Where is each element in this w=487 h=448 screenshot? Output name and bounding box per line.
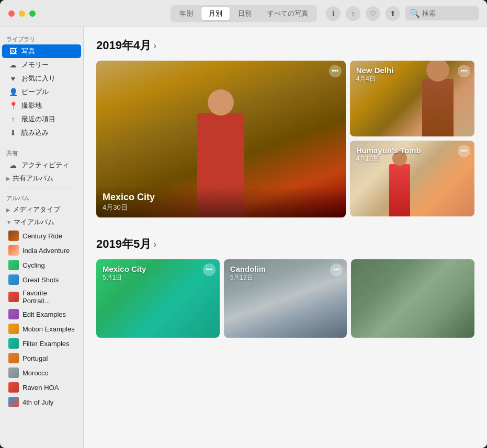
tab-year[interactable]: 年別: [172, 7, 200, 20]
titlebar: 年別 月別 日別 すべての写真 ℹ ↑ ♡ ⬆ 🔍: [0, 0, 487, 27]
favorite-portraits-label: Favorite Portrait...: [22, 289, 75, 305]
app-window: 年別 月別 日別 すべての写真 ℹ ↑ ♡ ⬆ 🔍 ライブラリ 🖼 写真: [0, 0, 487, 448]
export-icon[interactable]: ⬆: [386, 6, 400, 21]
main-area: ライブラリ 🖼 写真 ☁ メモリー ♥ お気に入り 👤 ピープル 📍 撮影地: [0, 27, 487, 448]
filter-examples-thumb: [8, 338, 19, 349]
4th-of-july-thumb: [8, 397, 19, 407]
raven-hoa-label: Raven HOA: [22, 384, 59, 392]
april-header[interactable]: 2019年4月 ›: [96, 38, 474, 53]
mexico-may-label: Mexico City 5月1日: [96, 259, 220, 288]
recent-icon: ↑: [8, 115, 18, 123]
may-third-card[interactable]: [351, 259, 474, 338]
mexico-may-place: Mexico City: [103, 265, 213, 273]
toolbar-actions: ℹ ↑ ♡ ⬆ 🔍: [326, 6, 479, 21]
sidebar-item-india-adventure[interactable]: India Adventure: [2, 243, 81, 258]
sidebar-item-imports-label: 読み込み: [21, 128, 49, 137]
may-grid: Mexico City 5月1日 ••• Candolim 5月13日 •••: [96, 259, 474, 338]
info-icon[interactable]: ℹ: [326, 6, 341, 21]
content-area: 2019年4月 › Mexico City 4月30日 •••: [84, 27, 487, 448]
search-input[interactable]: [422, 9, 474, 17]
share-icon[interactable]: ↑: [346, 6, 360, 21]
sidebar-item-recent[interactable]: ↑ 最近の項目: [2, 112, 81, 126]
chevron-icon: ▶: [6, 176, 10, 181]
sidebar-item-century-ride[interactable]: Century Ride: [2, 228, 81, 243]
sidebar-item-activity-label: アクティビティ: [21, 160, 69, 170]
edit-examples-thumb: [8, 309, 19, 319]
sidebar-item-edit-examples[interactable]: Edit Examples: [2, 307, 81, 321]
memories-icon: ☁: [8, 61, 18, 69]
favorites-icon: ♥: [8, 74, 18, 83]
filter-examples-label: Filter Examples: [22, 340, 70, 348]
motion-examples-thumb: [8, 324, 19, 334]
mexico-city-place: Mexico City: [103, 192, 339, 203]
maximize-button[interactable]: [29, 10, 36, 17]
sidebar-item-people[interactable]: 👤 ピープル: [2, 85, 81, 99]
sidebar-item-places-label: 撮影地: [21, 101, 42, 110]
candolim-card[interactable]: Candolim 5月13日 •••: [224, 259, 347, 338]
search-icon: 🔍: [410, 8, 420, 18]
heart-icon[interactable]: ♡: [366, 6, 380, 21]
new-delhi-place: New Delhi: [356, 66, 468, 75]
sidebar-item-great-shots[interactable]: Great Shots: [2, 272, 81, 287]
sidebar-item-motion-examples[interactable]: Motion Examples: [2, 321, 81, 336]
search-bar[interactable]: 🔍: [405, 6, 479, 20]
sidebar-item-memories[interactable]: ☁ メモリー: [2, 58, 81, 72]
may-header[interactable]: 2019年5月 ›: [96, 236, 474, 252]
people-icon: 👤: [8, 88, 18, 96]
candolim-label: Candolim 5月13日: [224, 259, 347, 288]
sidebar-item-memories-label: メモリー: [21, 60, 49, 70]
mexico-city-more-button[interactable]: •••: [329, 65, 342, 77]
close-button[interactable]: [8, 10, 15, 17]
minimize-button[interactable]: [19, 10, 25, 17]
sidebar-item-photos[interactable]: 🖼 写真: [2, 44, 81, 58]
sidebar-item-my-albums[interactable]: ▼ マイアルバム: [2, 216, 81, 228]
tab-month[interactable]: 月別: [201, 7, 230, 20]
sidebar-item-places[interactable]: 📍 撮影地: [2, 99, 81, 112]
sidebar-item-favorites[interactable]: ♥ お気に入り: [2, 72, 81, 85]
morocco-thumb: [8, 367, 19, 378]
humayun-more-button[interactable]: •••: [458, 145, 470, 157]
sidebar-item-favorite-portraits[interactable]: Favorite Portrait...: [2, 287, 81, 307]
sidebar-item-media-type[interactable]: ▶ メディアタイプ: [2, 203, 81, 216]
humayun-label: Humayun's Tomb 4月10日: [350, 141, 474, 169]
4th-of-july-label: 4th of July: [22, 398, 53, 406]
humayun-tomb-card[interactable]: Humayun's Tomb 4月10日 •••: [350, 141, 474, 216]
mexico-city-date: 4月30日: [103, 203, 339, 212]
india-adventure-label: India Adventure: [22, 247, 70, 255]
sidebar-item-favorites-label: お気に入り: [21, 74, 55, 83]
may-label: 2019年5月: [96, 236, 151, 252]
april-right-column: New Delhi 4月4日 ••• Humayun's Tomb: [350, 61, 474, 216]
sidebar-item-photos-label: 写真: [21, 47, 35, 56]
mexico-may-card[interactable]: Mexico City 5月1日 •••: [96, 259, 220, 338]
april-grid: Mexico City 4月30日 ••• N: [96, 61, 474, 221]
morocco-label: Morocco: [22, 369, 49, 377]
sidebar-item-4th-of-july[interactable]: 4th of July: [2, 395, 81, 409]
april-label: 2019年4月: [96, 38, 151, 53]
mexico-may-more-button[interactable]: •••: [203, 263, 216, 276]
india-adventure-thumb: [8, 245, 19, 256]
sidebar-item-filter-examples[interactable]: Filter Examples: [2, 336, 81, 351]
traffic-lights: [8, 10, 36, 17]
sidebar-item-imports[interactable]: ⬇ 読み込み: [2, 126, 81, 140]
divider-2: [5, 188, 78, 188]
sidebar-item-activity[interactable]: ☁ アクティビティ: [2, 158, 81, 172]
mexico-city-main-card[interactable]: Mexico City 4月30日 •••: [96, 61, 346, 217]
new-delhi-more-button[interactable]: •••: [458, 65, 470, 77]
sidebar: ライブラリ 🖼 写真 ☁ メモリー ♥ お気に入り 👤 ピープル 📍 撮影地: [0, 27, 84, 448]
new-delhi-date: 4月4日: [356, 75, 468, 84]
sidebar-item-cycling[interactable]: Cycling: [2, 258, 81, 272]
sidebar-item-morocco[interactable]: Morocco: [2, 365, 81, 380]
sidebar-item-portugal[interactable]: Portugal: [2, 351, 81, 365]
tab-day[interactable]: 日別: [231, 7, 259, 20]
new-delhi-card[interactable]: New Delhi 4月4日 •••: [350, 61, 474, 136]
favorite-portraits-thumb: [8, 292, 19, 302]
shared-section-label: 共有: [0, 146, 83, 158]
divider-1: [5, 143, 78, 143]
mexico-may-date: 5月1日: [103, 273, 213, 282]
great-shots-label: Great Shots: [22, 276, 59, 284]
century-ride-label: Century Ride: [22, 232, 62, 240]
sidebar-item-raven-hoa[interactable]: Raven HOA: [2, 380, 81, 395]
may-section: 2019年5月 › Mexico City 5月1日 •••: [96, 236, 474, 338]
tab-all-photos[interactable]: すべての写真: [260, 7, 315, 20]
sidebar-item-shared-albums[interactable]: ▶ 共有アルバム: [2, 172, 81, 185]
